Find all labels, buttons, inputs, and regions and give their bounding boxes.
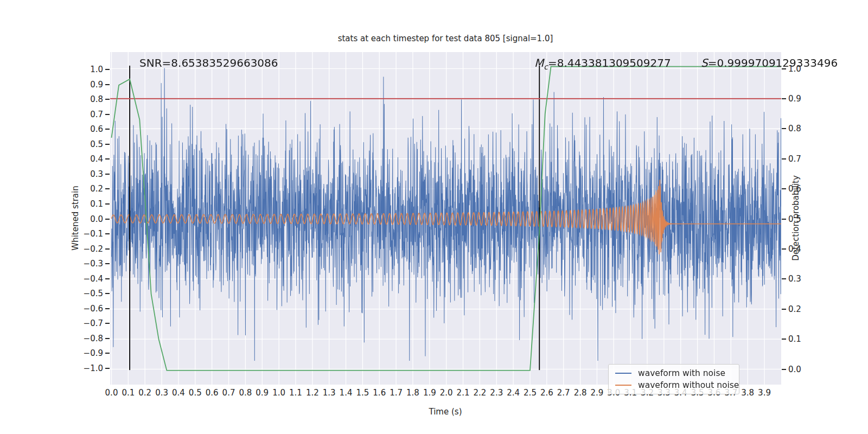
y-right-tick-label: 0.7	[788, 154, 801, 164]
chirp-mass-subscript: c	[544, 62, 548, 71]
y-left-tick-label: 0.7	[78, 109, 103, 120]
y-left-tick-mark	[105, 263, 110, 264]
y-left-tick-label: 0.4	[78, 154, 103, 164]
y-left-tick-mark	[105, 338, 110, 339]
y-left-tick-label: 1.0	[78, 64, 103, 75]
plot-area	[110, 52, 781, 385]
y-left-tick-mark	[105, 278, 110, 279]
legend-item-signal: waveform without noise	[609, 379, 739, 391]
y-left-tick-label: −0.6	[78, 303, 103, 314]
legend-swatch-blue	[615, 373, 631, 374]
x-tick-label: 2.6	[540, 387, 553, 398]
y-left-tick-label: 0.5	[78, 139, 103, 150]
x-tick-label: 3.8	[741, 387, 754, 398]
figure: stats at each timestep for test data 805…	[0, 0, 868, 434]
y-left-tick-mark	[105, 129, 110, 130]
y-left-tick-mark	[105, 84, 110, 85]
y-right-tick-label: 0.9	[788, 93, 801, 104]
y-left-tick-label: −0.4	[78, 273, 103, 284]
y-right-tick-label: 0.6	[788, 183, 801, 194]
x-tick-label: 1.2	[306, 387, 319, 398]
y-left-tick-label: 0.2	[78, 183, 103, 194]
chirp-mass-symbol: M	[534, 56, 544, 69]
x-tick-label: 1.5	[356, 387, 369, 398]
y-left-tick-label: −0.3	[78, 258, 103, 269]
y-left-tick-label: −0.2	[78, 244, 103, 254]
x-tick-label: 2.8	[574, 387, 587, 398]
y-right-tick-mark	[782, 219, 786, 220]
y-left-tick-label: −0.7	[78, 318, 103, 329]
x-tick-label: 0.4	[172, 387, 185, 398]
legend: waveform with noise waveform without noi…	[608, 364, 739, 394]
x-tick-label: 0.8	[239, 387, 252, 398]
snr-annotation-text: SNR=8.65383529663086	[139, 56, 278, 69]
chirp-mass-annotation: Mc=8.443381309509277	[534, 56, 671, 69]
x-tick-label: 2.4	[507, 387, 520, 398]
legend-swatch-orange	[615, 385, 631, 386]
y-right-tick-mark	[782, 248, 786, 250]
y-left-tick-label: 0.1	[78, 199, 103, 209]
s-stat-annotation: S=0.9999709129333496	[701, 56, 838, 69]
x-tick-label: 1.4	[340, 387, 353, 398]
x-tick-label: 0.1	[122, 387, 135, 398]
y-left-tick-mark	[105, 114, 110, 115]
x-tick-label: 3.9	[758, 387, 771, 398]
y-right-tick-label: 0.1	[788, 334, 801, 344]
y-left-tick-label: 0.9	[78, 79, 103, 90]
y-left-tick-mark	[105, 158, 110, 159]
y-left-tick-label: 0.0	[78, 214, 103, 225]
legend-label-noise: waveform with noise	[638, 368, 725, 378]
y-left-tick-mark	[105, 293, 110, 294]
x-tick-label: 0.6	[206, 387, 219, 398]
y-right-tick-label: 0.4	[788, 244, 801, 254]
x-tick-label: 0.0	[105, 387, 118, 398]
x-tick-label: 2.0	[440, 387, 453, 398]
y-left-tick-mark	[105, 353, 110, 354]
x-tick-label: 2.7	[557, 387, 570, 398]
x-tick-label: 1.3	[323, 387, 336, 398]
x-tick-label: 2.1	[457, 387, 470, 398]
y-left-tick-mark	[105, 368, 110, 369]
chart-title: stats at each timestep for test data 805…	[338, 34, 553, 43]
snr-annotation: SNR=8.65383529663086	[139, 56, 278, 69]
y-right-tick-label: 0.5	[788, 214, 801, 225]
y-right-tick-label: 0.2	[788, 304, 801, 315]
y-right-tick-mark	[782, 309, 786, 310]
plot-canvas	[110, 52, 781, 385]
legend-label-signal: waveform without noise	[638, 380, 739, 390]
x-tick-label: 1.9	[423, 387, 436, 398]
x-tick-label: 0.9	[256, 387, 269, 398]
x-tick-label: 1.7	[390, 387, 403, 398]
x-tick-label: 2.2	[473, 387, 486, 398]
legend-item-noise: waveform with noise	[609, 367, 739, 379]
x-tick-label: 2.9	[591, 387, 604, 398]
y-left-tick-mark	[105, 188, 110, 189]
y-right-tick-mark	[782, 128, 786, 129]
y-left-tick-mark	[105, 308, 110, 309]
y-right-tick-label: 0.8	[788, 123, 801, 134]
x-tick-label: 0.2	[138, 387, 151, 398]
y-right-tick-label: 0.3	[788, 273, 801, 284]
y-left-tick-label: −0.9	[78, 348, 103, 359]
x-tick-label: 0.7	[222, 387, 235, 398]
y-left-tick-label: −0.5	[78, 288, 103, 299]
x-tick-label: 2.5	[524, 387, 537, 398]
y-right-tick-mark	[782, 278, 786, 279]
y-right-tick-mark	[782, 339, 786, 340]
s-stat-value: =0.9999709129333496	[708, 56, 838, 69]
x-tick-label: 0.3	[155, 387, 168, 398]
y-left-tick-label: 0.6	[78, 124, 103, 135]
x-axis-label: Time (s)	[429, 407, 462, 417]
y-right-tick-label: 0.0	[788, 364, 801, 375]
x-tick-label: 1.8	[406, 387, 419, 398]
y-left-tick-label: 0.3	[78, 169, 103, 180]
y-left-tick-mark	[105, 203, 110, 205]
y-right-tick-mark	[782, 98, 786, 99]
y-right-tick-mark	[782, 188, 786, 189]
y-right-tick-mark	[782, 158, 786, 159]
y-left-tick-mark	[105, 174, 110, 175]
y-left-tick-mark	[105, 69, 110, 70]
y-left-tick-mark	[105, 233, 110, 234]
y-left-tick-mark	[105, 144, 110, 145]
y-left-tick-label: −0.8	[78, 333, 103, 344]
